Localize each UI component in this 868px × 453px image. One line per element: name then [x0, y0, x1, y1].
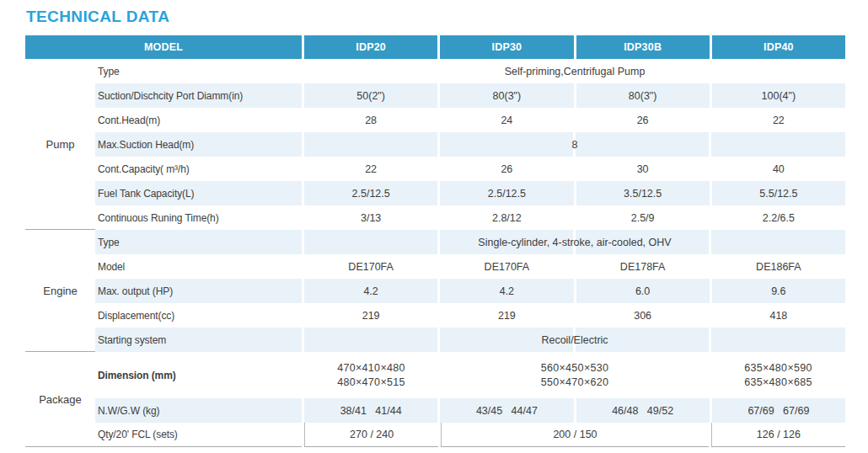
column-gap-line: [709, 230, 711, 254]
cell-span-value: Self-priming,Centrifugal Pump: [304, 59, 845, 83]
cell-dimension-idp30-idp30b: 560×450×530 550×470×620: [441, 352, 709, 398]
table-row: Type Self-priming,Centrifugal Pump: [95, 59, 845, 83]
row-label: Qty/20' FCL (sets): [95, 423, 302, 447]
table-row: Type Single-cylinder, 4-stroke, air-cool…: [95, 230, 845, 254]
cell-qty-idp40: 126 / 126: [711, 423, 845, 447]
column-gap-line: [437, 230, 440, 254]
row-label: Suction/Dischcity Port Diamm(in): [95, 83, 302, 108]
cell-value: 28: [304, 108, 437, 132]
table-row: Displacement(cc) 219 219 306 418: [95, 303, 845, 328]
table-row: Continuous Runing Time(h) 3/13 2.8/12 2.…: [95, 205, 845, 230]
row-label: Fuel Tank Capacity(L): [95, 181, 302, 205]
table-row: N.W/G.W (kg) 38/41 41/44 43/45 44/47 46/…: [95, 398, 845, 423]
header-col-idp20: IDP20: [304, 35, 437, 59]
table-row: Qty/20' FCL (sets) 270 / 240 200 / 150 1…: [95, 423, 845, 447]
row-label: Continuous Runing Time(h): [95, 205, 302, 230]
column-gap-line: [437, 132, 440, 157]
cell-qty-idp20: 270 / 240: [304, 423, 438, 447]
cell-value: 4.2: [304, 279, 437, 303]
cell-value: 5.5/12.5: [712, 181, 845, 205]
cell-span-value: Recoil/Electric: [304, 328, 845, 352]
cell-value: 30: [576, 157, 710, 181]
cell-value: 306: [576, 303, 710, 328]
cell-value: 22: [304, 157, 437, 181]
column-gap-line: [709, 59, 711, 83]
table-header-row: MODEL IDP20 IDP30 IDP30B IDP40: [25, 35, 845, 59]
cell-value: 3/13: [304, 205, 437, 230]
cell-value: 100(4"): [712, 83, 845, 108]
row-label: Dimension (mm): [95, 352, 302, 398]
section-label-engine: Engine: [25, 230, 95, 352]
cell-value: DE186FA: [712, 254, 845, 279]
row-label: Displacement(cc): [95, 303, 302, 328]
cell-value: 40: [712, 157, 845, 181]
page-title: TECHNICAL DATA: [26, 8, 868, 26]
cell-value: 50(2"): [304, 83, 437, 108]
cell-span-value: 8: [304, 132, 845, 157]
header-col-idp30: IDP30: [440, 35, 573, 59]
row-label: Cont.Head(m): [95, 108, 302, 132]
table-row: Starting system Recoil/Electric: [95, 328, 845, 352]
row-label: Starting system: [95, 328, 302, 352]
row-label: Type: [95, 230, 302, 254]
cell-value: 2.5/9: [576, 205, 710, 230]
cell-value: 46/48 49/52: [576, 398, 710, 423]
cell-value: 26: [576, 108, 710, 132]
table-row: Dimension (mm) 470×410×480 480×470×515 5…: [95, 352, 845, 398]
column-gap-line: [437, 328, 440, 352]
header-col-idp40: IDP40: [712, 35, 845, 59]
cell-value: 80(3"): [576, 83, 710, 108]
cell-value: 2.8/12: [440, 205, 573, 230]
cell-value: 2.5/12.5: [304, 181, 437, 205]
table-row: Cont.Capacity( m³/h) 22 26 30 40: [95, 157, 845, 181]
section-label-pump: Pump: [25, 59, 95, 230]
column-gap-line: [709, 328, 711, 352]
table-row: Model DE170FA DE170FA DE178FA DE186FA: [95, 254, 845, 279]
cell-qty-idp30-idp30b: 200 / 150: [441, 423, 709, 447]
cell-value: 6.0: [576, 279, 710, 303]
table-row: Max. output (HP) 4.2 4.2 6.0 9.6: [95, 279, 845, 303]
section-pump: Pump Type Self-priming,Centrifugal Pump …: [25, 59, 845, 230]
cell-value: 2.2/6.5: [712, 205, 845, 230]
cell-value: 22: [712, 108, 845, 132]
header-col-idp30b: IDP30B: [576, 35, 710, 59]
cell-value: 219: [440, 303, 573, 328]
cell-value: 38/41 41/44: [304, 398, 437, 423]
cell-value: 26: [440, 157, 573, 181]
cell-value: 67/69 67/69: [712, 398, 845, 423]
row-label: Max. output (HP): [95, 279, 302, 303]
section-package: Package Dimension (mm) 470×410×480 480×4…: [25, 352, 845, 447]
section-label-package: Package: [25, 352, 95, 447]
table-row: Suction/Dischcity Port Diamm(in) 50(2") …: [95, 83, 845, 108]
cell-value: 3.5/12.5: [576, 181, 710, 205]
cell-value: 2.5/12.5: [440, 181, 573, 205]
cell-value: DE178FA: [576, 254, 710, 279]
table-row: Cont.Head(m) 28 24 26 22: [95, 108, 845, 132]
technical-data-page: TECHNICAL DATA MODEL IDP20 IDP30 IDP30B …: [0, 0, 868, 447]
row-label: Max.Suction Head(m): [95, 132, 302, 157]
cell-value: 4.2: [440, 279, 573, 303]
row-label: Type: [95, 59, 302, 83]
cell-value: 24: [440, 108, 573, 132]
section-engine: Engine Type Single-cylinder, 4-stroke, a…: [25, 230, 845, 352]
table-row: Fuel Tank Capacity(L) 2.5/12.5 2.5/12.5 …: [95, 181, 845, 205]
cell-value: 219: [304, 303, 437, 328]
cell-value: 418: [712, 303, 845, 328]
row-label: Model: [95, 254, 302, 279]
cell-dimension-idp20: 470×410×480 480×470×515: [304, 352, 438, 398]
header-model-cell: MODEL: [25, 35, 302, 59]
cell-value: 9.6: [712, 279, 845, 303]
table-row: Max.Suction Head(m) 8: [95, 132, 845, 157]
cell-span-value: Single-cylinder, 4-stroke, air-cooled, O…: [304, 230, 845, 254]
technical-data-table: MODEL IDP20 IDP30 IDP30B IDP40 Pump Type…: [25, 35, 845, 447]
row-label: Cont.Capacity( m³/h): [95, 157, 302, 181]
column-gap-line: [437, 59, 440, 83]
cell-value: DE170FA: [440, 254, 573, 279]
row-label: N.W/G.W (kg): [95, 398, 302, 423]
column-gap-line: [709, 132, 711, 157]
cell-value: 80(3"): [440, 83, 573, 108]
cell-value: DE170FA: [304, 254, 437, 279]
cell-value: 43/45 44/47: [440, 398, 573, 423]
cell-dimension-idp40: 635×480×590 635×480×685: [711, 352, 845, 398]
